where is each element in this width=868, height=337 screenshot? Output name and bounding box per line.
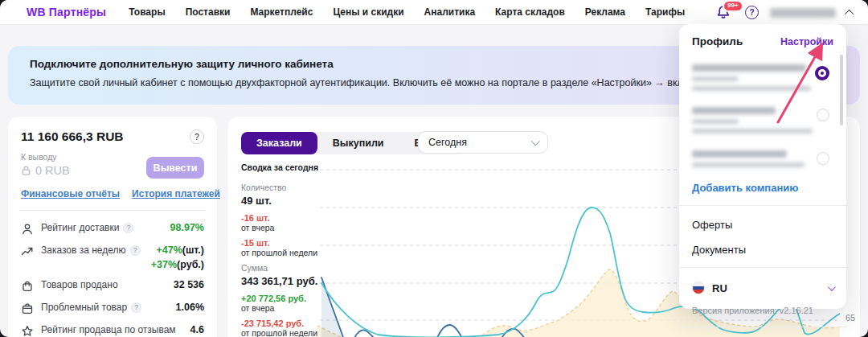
app-window: WB Партнёры Товары Поставки Маркетплейс … — [0, 0, 868, 337]
wb-partners-logo[interactable]: WB Партнёры — [27, 6, 106, 18]
financial-reports-link[interactable]: Финансовые отчёты — [21, 188, 120, 199]
company-radio[interactable] — [817, 109, 829, 121]
balance-card: 11 160 666,3 RUB ? К выводу 0 RUB Вывест… — [8, 117, 217, 337]
chevron-up-icon[interactable] — [845, 9, 854, 18]
company-radio-selected[interactable] — [815, 66, 829, 80]
menu-item-documents[interactable]: Документы — [692, 244, 833, 256]
chevron-down-icon — [828, 283, 836, 291]
sum-delta-caption: от вчера — [241, 303, 328, 313]
balance-help-icon[interactable]: ? — [190, 129, 204, 144]
quantity-delta-value: -16 шт. — [241, 213, 328, 223]
nav-item-ads[interactable]: Реклама — [585, 6, 625, 18]
stat-value: 98.97% — [170, 222, 204, 233]
divider — [679, 205, 846, 206]
bag-icon — [21, 280, 34, 293]
box-icon — [21, 302, 34, 315]
stat-label: Рейтинг доставки — [41, 222, 119, 234]
stat-value: 1.06% — [176, 302, 204, 313]
stat-help-icon[interactable]: ? — [131, 302, 141, 313]
language-selector[interactable]: RU — [692, 282, 833, 294]
divider — [679, 267, 846, 268]
tab-bought[interactable]: Выкупили — [317, 132, 399, 154]
sum-label: Сумма — [241, 263, 328, 273]
period-select[interactable]: Сегодня — [418, 131, 548, 154]
blurred-company-detail — [692, 86, 811, 91]
menu-item-offers[interactable]: Оферты — [692, 219, 833, 231]
language-value: RU — [712, 282, 727, 294]
blurred-company-detail — [692, 76, 739, 81]
chevron-down-icon — [531, 137, 540, 146]
stat-label: Проблемный товар — [41, 302, 127, 314]
stat-row-seller-rating: Рейтинг продавца по отзывам 4.6 — [21, 320, 204, 337]
period-select-value: Сегодня — [428, 137, 467, 148]
stat-label: Рейтинг продавца по отзывам — [41, 324, 176, 336]
nav-item-analytics[interactable]: Аналитика — [424, 6, 476, 18]
stat-help-icon[interactable]: ? — [130, 245, 141, 256]
stat-row-problem-goods: Проблемный товар ? 1.06% — [21, 298, 204, 320]
quantity-label: Количество — [241, 183, 328, 192]
nav-item-goods[interactable]: Товары — [129, 6, 165, 18]
company-radio[interactable] — [817, 152, 829, 165]
notifications-badge: 99+ — [723, 0, 743, 12]
blurred-company-name — [692, 107, 776, 114]
y-axis-tick: 65 — [845, 313, 855, 323]
blurred-company-name — [692, 64, 806, 72]
quantity-delta-caption: от прошлой недели — [241, 248, 328, 257]
payment-history-link[interactable]: История платежей — [132, 188, 220, 199]
stat-label: Товаров продано — [41, 279, 118, 291]
lock-icon — [21, 165, 31, 176]
trend-up-icon — [21, 245, 34, 258]
profile-title: Профиль — [692, 35, 743, 47]
quantity-delta-caption: от вчера — [241, 223, 328, 232]
person-icon — [21, 223, 34, 236]
app-version: Версия приложения: v2.16.21 — [692, 306, 833, 315]
russia-flag-icon — [692, 282, 705, 294]
sum-delta-value: -23 715,42 руб. — [241, 319, 328, 328]
company-item-2[interactable] — [692, 107, 833, 134]
nav-item-tariffs[interactable]: Тарифы — [645, 6, 685, 18]
star-icon — [21, 325, 34, 337]
quantity-value: 49 шт. — [241, 195, 328, 207]
balance-amount: 11 160 666,3 RUB — [21, 129, 124, 144]
sum-delta-value: +20 772,56 руб. — [241, 294, 328, 303]
main-menu: Товары Поставки Маркетплейс Цены и скидк… — [129, 6, 685, 18]
sum-value: 343 361,71 руб. — [241, 275, 328, 287]
profile-dropdown: Профиль Настройки Добавить компанию Офер… — [679, 24, 846, 309]
help-button[interactable]: ? — [745, 6, 759, 19]
tab-ordered[interactable]: Заказали — [241, 132, 317, 154]
summary-title: Сводка за сегодня — [241, 162, 328, 172]
divider — [19, 210, 206, 211]
notifications-button[interactable]: 99+ — [716, 4, 734, 22]
nav-item-supplies[interactable]: Поставки — [186, 6, 231, 18]
blurred-company-detail — [692, 162, 805, 167]
quantity-delta-value: -15 шт. — [241, 238, 328, 248]
stat-row-delivery-rating: Рейтинг доставки ? 98.97% — [21, 218, 204, 240]
blurred-company-detail — [692, 129, 813, 134]
stat-value: 4.6 — [190, 324, 204, 335]
nav-right-cluster: 99+ ? — [716, 0, 854, 25]
company-item-1[interactable] — [692, 64, 833, 91]
stat-value: +47%(шт.) +37%(руб.) — [151, 245, 204, 270]
scrollbar-thumb[interactable] — [840, 55, 843, 125]
stat-value: 32 536 — [174, 279, 204, 290]
nav-item-prices[interactable]: Цены и скидки — [333, 6, 403, 18]
divider — [679, 327, 846, 327]
sum-delta-caption: от прошлой недели — [241, 328, 328, 337]
summary-column: Сводка за сегодня Количество 49 шт. -16 … — [241, 162, 328, 337]
stat-row-goods-sold: Товаров продано 32 536 — [21, 275, 204, 298]
account-name-blurred[interactable] — [770, 8, 836, 18]
company-item-3[interactable] — [692, 150, 833, 167]
nav-item-marketplace[interactable]: Маркетплейс — [250, 6, 313, 18]
blurred-company-detail — [692, 119, 739, 124]
add-company-link[interactable]: Добавить компанию — [692, 182, 833, 194]
withdraw-button[interactable]: Вывести — [146, 157, 204, 179]
settings-link[interactable]: Настройки — [780, 36, 833, 47]
top-nav: WB Партнёры Товары Поставки Маркетплейс … — [0, 0, 868, 25]
locked-amount: 0 RUB — [35, 164, 70, 177]
nav-item-warehouses-map[interactable]: Карта складов — [495, 6, 565, 18]
stat-row-weekly-orders: Заказов за неделю ? +47%(шт.) +37%(руб.) — [21, 240, 204, 275]
stat-help-icon[interactable]: ? — [123, 223, 133, 233]
stat-label: Заказов за неделю — [41, 245, 126, 257]
blurred-company-name — [692, 150, 787, 158]
